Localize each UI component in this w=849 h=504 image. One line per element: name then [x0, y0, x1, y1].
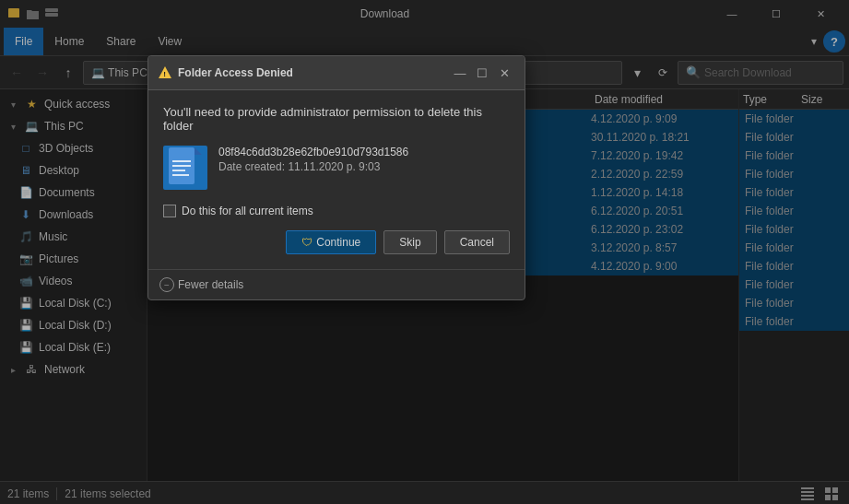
modal-file-icon: [163, 146, 207, 190]
modal-file-name: 08f84c6dd3b28e62fb0e910d793d1586: [218, 146, 408, 158]
modal-titlebar: ! Folder Access Denied — ☐ ✕: [148, 56, 525, 90]
do-this-for-all-label: Do this for all current items: [182, 205, 313, 217]
modal-maximize-button[interactable]: ☐: [471, 64, 493, 82]
modal-file-details: 08f84c6dd3b28e62fb0e910d793d1586 Date cr…: [218, 146, 408, 173]
modal-file-date: Date created: 11.11.2020 р. 9:03: [218, 160, 408, 173]
folder-access-denied-dialog: ! Folder Access Denied — ☐ ✕ You'll need…: [147, 55, 525, 300]
svg-rect-36: [172, 160, 191, 162]
modal-buttons: 🛡 Continue Skip Cancel: [163, 230, 510, 254]
svg-marker-35: [195, 147, 202, 155]
shield-warning-icon: !: [158, 65, 172, 80]
continue-button[interactable]: 🛡 Continue: [286, 230, 376, 254]
modal-minimize-button[interactable]: —: [449, 64, 471, 82]
modal-title: Folder Access Denied: [178, 66, 449, 79]
fewer-details-icon: −: [159, 277, 174, 292]
fewer-details-row[interactable]: − Fewer details: [148, 269, 525, 299]
modal-description: You'll need to provide administrator per…: [163, 105, 510, 133]
svg-rect-39: [172, 174, 189, 176]
modal-checkbox-row: Do this for all current items: [163, 205, 510, 217]
shield-icon: 🛡: [301, 236, 312, 249]
fewer-details-label: Fewer details: [178, 278, 243, 291]
modal-body: You'll need to provide administrator per…: [148, 90, 525, 269]
svg-text:!: !: [163, 70, 166, 78]
modal-file-info-row: 08f84c6dd3b28e62fb0e910d793d1586 Date cr…: [163, 146, 510, 190]
modal-overlay: ! Folder Access Denied — ☐ ✕ You'll need…: [0, 0, 849, 504]
skip-button[interactable]: Skip: [383, 230, 436, 254]
do-this-for-all-checkbox[interactable]: [163, 205, 176, 217]
cancel-button[interactable]: Cancel: [444, 230, 510, 254]
modal-close-button[interactable]: ✕: [493, 64, 515, 82]
svg-rect-38: [172, 170, 185, 171]
svg-rect-37: [172, 165, 191, 167]
